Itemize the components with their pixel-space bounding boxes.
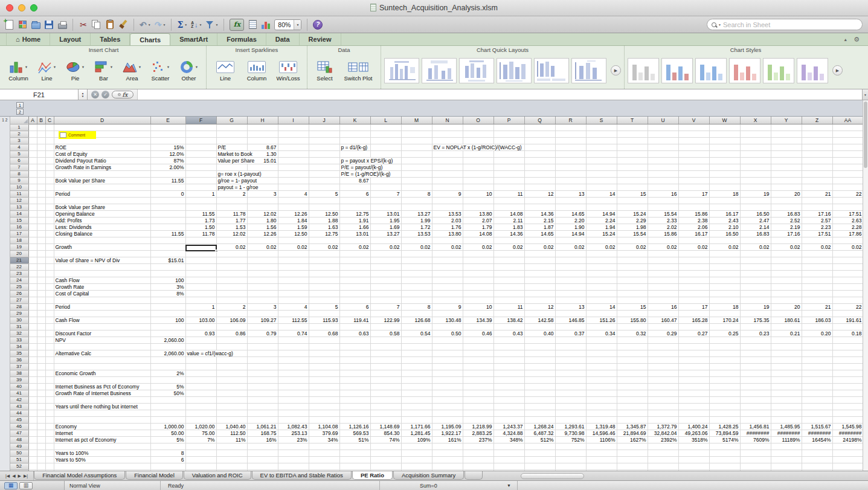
cell-V52[interactable] [678,463,709,470]
cell-B21[interactable] [37,257,45,264]
cell-W24[interactable] [709,277,740,284]
row-header-22[interactable]: 22 [10,264,28,271]
cell-L44[interactable] [370,410,401,417]
cell-U50[interactable] [648,450,678,457]
cell-AA14[interactable]: 17.51 [832,211,863,218]
row-header-38[interactable]: 38 [10,370,28,377]
cell-A16[interactable] [28,224,37,231]
cell-H3[interactable] [247,138,278,144]
cell-S33[interactable] [586,337,617,344]
cell-A47[interactable] [28,430,37,437]
cell-L51[interactable] [370,457,401,463]
cell-V42[interactable] [678,397,709,404]
cell-P15[interactable]: 2.11 [493,218,524,224]
cell-N1[interactable] [432,124,463,131]
cell-AA30[interactable]: 191.61 [832,317,863,324]
cell-D13[interactable]: Book Value per Share [54,204,150,211]
cell-Z11[interactable]: 21 [802,191,832,198]
cell-J50[interactable] [309,450,339,457]
cell-P47[interactable]: 4,324.88 [493,430,524,437]
cell-A43[interactable] [28,404,37,410]
cell-F27[interactable] [185,297,216,304]
cell-W51[interactable] [709,457,740,463]
cell-W11[interactable]: 18 [709,191,740,198]
cell-C5[interactable] [45,151,54,158]
cell-P3[interactable] [493,138,524,144]
cell-C48[interactable] [45,437,54,443]
cell-N46[interactable]: 1,195.09 [432,424,463,430]
cell-I46[interactable]: 1,082.43 [278,424,309,430]
cell-AA27[interactable] [832,297,863,304]
zoom-button[interactable] [30,4,37,11]
cell-O39[interactable] [463,377,493,384]
vertical-scrollbar[interactable] [863,100,868,471]
cell-R8[interactable] [555,171,586,178]
cell-E40[interactable]: 5% [150,384,185,390]
cell-G5[interactable]: Market to Book [216,151,247,158]
cell-C1[interactable] [45,124,54,131]
row-header-14[interactable]: 14 [10,211,28,218]
ribbon-tab-home[interactable]: ⌂Home [6,33,50,45]
cell-J20[interactable] [309,251,339,257]
cell-P24[interactable] [493,277,524,284]
cell-E47[interactable]: 50.00 [150,430,185,437]
cell-N2[interactable] [432,131,463,138]
cell-Q15[interactable]: 2.15 [524,218,555,224]
cell-M13[interactable] [401,204,432,211]
cell-E15[interactable] [150,218,185,224]
cell-C39[interactable] [45,377,54,384]
cell-Z25[interactable] [802,284,832,291]
cell-B2[interactable] [37,131,45,138]
cell-I44[interactable] [278,410,309,417]
cell-Y26[interactable] [771,291,802,297]
row-header-48[interactable]: 48 [10,437,28,443]
cell-D33[interactable]: NPV [54,337,150,344]
cell-M28[interactable]: 8 [401,304,432,311]
cell-C18[interactable] [45,237,54,244]
cell-Z32[interactable]: 0.20 [802,330,832,337]
name-box-stepper[interactable]: ▲▼ [79,89,88,100]
cell-Q4[interactable] [524,144,555,151]
cell-R7[interactable] [555,164,586,171]
cell-C13[interactable] [45,204,54,211]
cell-Z3[interactable] [802,138,832,144]
cell-Q37[interactable] [524,364,555,370]
close-button[interactable] [6,4,13,11]
cell-K8[interactable]: P/E = (1-g/ROE)/(k-g) [339,171,370,178]
cell-B33[interactable] [37,337,45,344]
cell-U19[interactable]: 0.02 [648,244,678,251]
cell-A42[interactable] [28,397,37,404]
cell-I47[interactable]: 253.13 [278,430,309,437]
cell-M30[interactable]: 126.68 [401,317,432,324]
cell-Z13[interactable] [802,204,832,211]
cell-N45[interactable] [432,417,463,424]
cell-R37[interactable] [555,364,586,370]
cell-X40[interactable] [740,384,771,390]
cell-O45[interactable] [463,417,493,424]
cell-P34[interactable] [493,344,524,350]
cell-D28[interactable]: Period [54,304,150,311]
column-header-V[interactable]: V [678,117,709,124]
cell-K42[interactable] [339,397,370,404]
cell-U38[interactable] [648,370,678,377]
media-browser-icon[interactable] [261,18,271,31]
cell-H50[interactable] [247,450,278,457]
cell-S22[interactable] [586,264,617,271]
cell-I20[interactable] [278,251,309,257]
row-header-12[interactable]: 12 [10,198,28,204]
cell-AA23[interactable] [832,271,863,277]
cell-V1[interactable] [678,124,709,131]
cell-Q1[interactable] [524,124,555,131]
cell-B37[interactable] [37,364,45,370]
cell-X23[interactable] [740,271,771,277]
cell-I37[interactable] [278,364,309,370]
cell-H51[interactable] [247,457,278,463]
cell-T14[interactable]: 15.24 [617,211,648,218]
cell-E29[interactable] [150,311,185,317]
cell-T32[interactable]: 0.32 [617,330,648,337]
cell-R16[interactable]: 1.90 [555,224,586,231]
cell-N48[interactable]: 161% [432,437,463,443]
cell-R45[interactable] [555,417,586,424]
cell-U2[interactable] [648,131,678,138]
cell-V21[interactable] [678,257,709,264]
